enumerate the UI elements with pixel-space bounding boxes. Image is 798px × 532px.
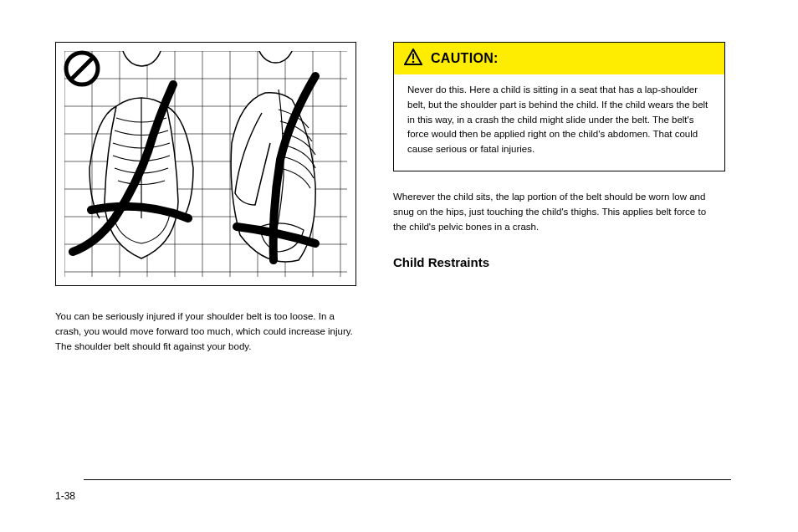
left-column: You can be seriously injured if your sho…	[55, 42, 373, 354]
page-number: 1-38	[55, 490, 75, 502]
right-column: CAUTION: Never do this. Here a child is …	[393, 42, 724, 269]
caution-box: CAUTION: Never do this. Here a child is …	[393, 42, 725, 171]
caution-label: CAUTION:	[431, 51, 499, 66]
prohibition-icon	[63, 49, 101, 91]
body-paragraph: Wherever the child sits, the lap portion…	[393, 190, 719, 234]
subheading-child-restraints: Child Restraints	[393, 255, 724, 269]
caution-header: CAUTION:	[394, 43, 724, 74]
caution-body: Never do this. Here a child is sitting i…	[394, 74, 724, 171]
safety-illustration	[55, 42, 356, 286]
seatbelt-skeleton-svg	[64, 51, 347, 277]
footer-rule	[84, 479, 731, 480]
svg-point-25	[412, 61, 415, 64]
manual-page: You can be seriously injured if your sho…	[0, 0, 798, 532]
figure-caption: You can be seriously injured if your sho…	[55, 309, 356, 354]
warning-triangle-icon	[404, 49, 422, 69]
